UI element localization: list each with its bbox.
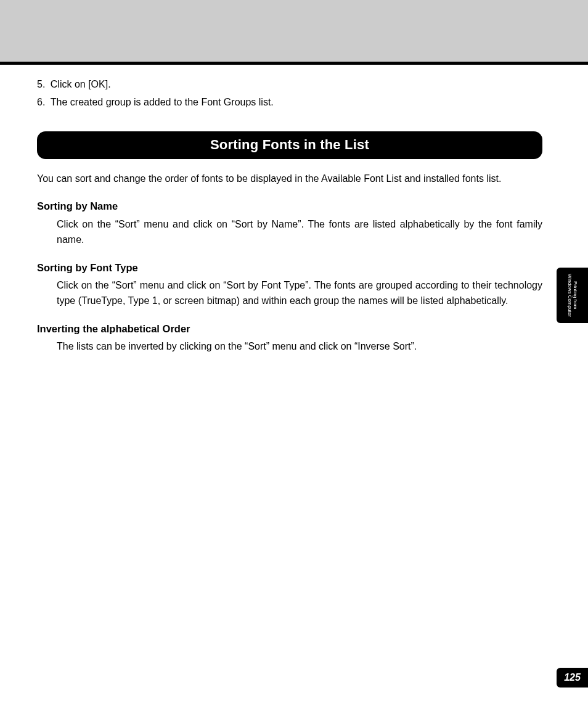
subsection-heading: Sorting by Font Type [37, 260, 542, 276]
page-number: 125 [564, 672, 581, 683]
step-number: 6. [37, 97, 45, 107]
subsection-body: Click on the “Sort” menu and click on “S… [37, 217, 542, 248]
subsection: Sorting by Name Click on the “Sort” menu… [37, 199, 542, 247]
step-item: 6. The created group is added to the Fon… [37, 95, 542, 110]
page-number-box: 125 [557, 668, 588, 688]
step-text: The created group is added to the Font G… [51, 97, 274, 107]
side-tab-label: Printing from Windows Computer [566, 274, 578, 317]
subsection-body: The lists can be inverted by clicking on… [37, 339, 542, 355]
page-content: 5. Click on [OK]. 6. The created group i… [37, 77, 542, 355]
header-band [0, 0, 588, 62]
step-number: 5. [37, 79, 45, 89]
subsection: Sorting by Font Type Click on the “Sort”… [37, 260, 542, 309]
header-rule [0, 62, 588, 65]
section-intro: You can sort and change the order of fon… [37, 171, 542, 187]
subsection-heading: Inverting the alphabetical Order [37, 321, 542, 337]
section-heading: Sorting Fonts in the List [37, 131, 542, 159]
step-item: 5. Click on [OK]. [37, 77, 542, 92]
subsection-heading: Sorting by Name [37, 199, 542, 215]
subsection-body: Click on the “Sort” menu and click on “S… [37, 278, 542, 309]
subsection: Inverting the alphabetical Order The lis… [37, 321, 542, 355]
side-tab: Printing from Windows Computer [557, 268, 588, 323]
step-text: Click on [OK]. [51, 79, 111, 89]
